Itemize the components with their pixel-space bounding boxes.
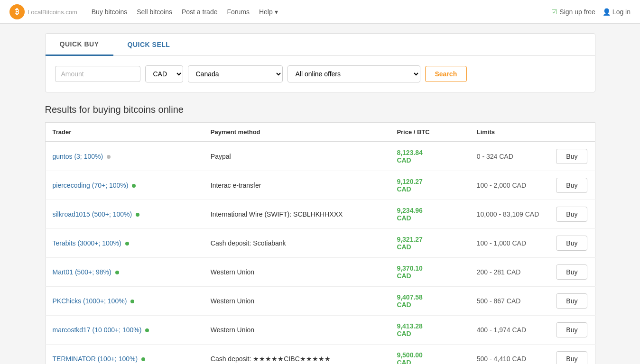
table-header: Trader Payment method Price / BTC Limits: [45, 123, 595, 142]
table-row: TERMINATOR (100+; 100%) Cash deposit: ★★…: [45, 345, 595, 364]
action-cell: Buy: [549, 287, 595, 316]
login-link[interactable]: 👤Log in: [603, 8, 631, 16]
nav-links: Buy bitcoins Sell bitcoins Post a trade …: [92, 8, 552, 16]
payment-cell: Paypal: [204, 142, 390, 171]
bitcoin-icon: ₿: [9, 4, 25, 19]
status-dot: [132, 184, 136, 188]
table-row: marcostkd17 (10 000+; 100%) Western Unio…: [45, 316, 595, 345]
quick-form: CAD USD EUR GBP Canada United States Uni…: [46, 56, 595, 92]
status-dot: [115, 271, 119, 274]
action-cell: Buy: [549, 200, 595, 229]
price-cell: 9,321.27CAD: [390, 229, 469, 258]
trader-link[interactable]: guntos (3; 100%): [53, 153, 103, 160]
payment-cell: Interac e-transfer: [204, 171, 390, 200]
trader-cell: PKChicks (1000+; 100%): [45, 287, 204, 316]
trader-cell: piercecoding (70+; 100%): [45, 171, 204, 200]
trader-link[interactable]: piercecoding (70+; 100%): [53, 182, 129, 189]
limits-cell: 500 - 867 CAD: [470, 287, 549, 316]
action-cell: Buy: [549, 345, 595, 364]
trader-link[interactable]: marcostkd17 (10 000+; 100%): [53, 326, 142, 334]
buy-button[interactable]: Buy: [556, 293, 587, 309]
table-row: silkroad1015 (500+; 100%) International …: [45, 200, 595, 229]
table-row: Terabits (3000+; 100%) Cash deposit: Sco…: [45, 229, 595, 258]
buy-button[interactable]: Buy: [556, 178, 587, 193]
amount-input[interactable]: [55, 66, 140, 82]
brand-logo[interactable]: ₿ LocalBitcoins.com: [9, 4, 77, 19]
user-icon: 👤: [603, 8, 611, 16]
nav-post-trade[interactable]: Post a trade: [182, 8, 218, 16]
price-currency: CAD: [397, 330, 462, 337]
buy-button[interactable]: Buy: [556, 264, 587, 280]
tab-quick-buy[interactable]: QUICK BUY: [46, 34, 113, 56]
table-row: PKChicks (1000+; 100%) Western Union 9,4…: [45, 287, 595, 316]
price-currency: CAD: [397, 359, 462, 364]
action-cell: Buy: [549, 171, 595, 200]
price-currency: CAD: [397, 272, 462, 280]
buy-button[interactable]: Buy: [556, 322, 587, 337]
action-cell: Buy: [549, 316, 595, 345]
price-cell: 8,123.84CAD: [390, 142, 469, 171]
action-cell: Buy: [549, 258, 595, 287]
buy-button[interactable]: Buy: [556, 236, 587, 251]
status-dot: [136, 213, 139, 217]
buy-button[interactable]: Buy: [556, 207, 587, 222]
nav-forums[interactable]: Forums: [227, 8, 249, 16]
nav-sell-bitcoins[interactable]: Sell bitcoins: [137, 8, 172, 16]
price-cell: 9,413.28CAD: [390, 316, 469, 345]
price-cell: 9,407.58CAD: [390, 287, 469, 316]
price-currency: CAD: [397, 243, 462, 251]
country-select[interactable]: Canada United States United Kingdom Aust…: [188, 65, 283, 82]
limits-cell: 100 - 1,000 CAD: [470, 229, 549, 258]
payment-cell: Cash deposit: ★★★★★CIBC★★★★★: [204, 345, 390, 364]
limits-cell: 400 - 1,974 CAD: [470, 316, 549, 345]
price-currency: CAD: [397, 156, 462, 164]
col-header-trader: Trader: [45, 123, 204, 142]
status-dot: [125, 242, 129, 246]
navbar: ₿ LocalBitcoins.com Buy bitcoins Sell bi…: [0, 0, 640, 24]
nav-buy-bitcoins[interactable]: Buy bitcoins: [92, 8, 127, 16]
table-row: guntos (3; 100%) Paypal 8,123.84CAD 0 - …: [45, 142, 595, 171]
trader-cell: Terabits (3000+; 100%): [45, 229, 204, 258]
payment-cell: Western Union: [204, 258, 390, 287]
col-header-payment: Payment method: [204, 123, 390, 142]
payment-cell: Cash deposit: Scotiabank: [204, 229, 390, 258]
price-currency: CAD: [397, 214, 462, 222]
search-button[interactable]: Search: [425, 66, 467, 82]
quick-tabs: QUICK BUY QUICK SELL: [46, 34, 595, 56]
status-dot: [145, 328, 149, 332]
tab-quick-sell[interactable]: QUICK SELL: [113, 34, 185, 55]
trade-table: Trader Payment method Price / BTC Limits…: [45, 122, 595, 364]
price-currency: CAD: [397, 301, 462, 309]
limits-cell: 200 - 281 CAD: [470, 258, 549, 287]
payment-cell: Western Union: [204, 316, 390, 345]
trader-link[interactable]: Mart01 (500+; 98%): [53, 268, 111, 276]
buy-button[interactable]: Buy: [556, 149, 587, 164]
quick-box: QUICK BUY QUICK SELL CAD USD EUR GBP Can…: [45, 33, 595, 92]
results-title: Results for buying bitcoins online: [45, 104, 595, 115]
payment-cell: Western Union: [204, 287, 390, 316]
brand-name: LocalBitcoins.com: [28, 7, 77, 17]
trader-link[interactable]: TERMINATOR (100+; 100%): [53, 355, 138, 363]
offer-select[interactable]: All online offers Interac e-transfer Pay…: [288, 65, 420, 82]
trader-cell: marcostkd17 (10 000+; 100%): [45, 316, 204, 345]
trader-link[interactable]: PKChicks (1000+; 100%): [53, 297, 127, 305]
checkbox-icon: ☑: [551, 8, 557, 16]
currency-select[interactable]: CAD USD EUR GBP: [145, 65, 183, 82]
nav-right: ☑Sign up free 👤Log in: [551, 8, 631, 16]
limits-cell: 500 - 4,410 CAD: [470, 345, 549, 364]
trader-link[interactable]: silkroad1015 (500+; 100%): [53, 210, 132, 218]
price-cell: 9,120.27CAD: [390, 171, 469, 200]
trader-cell: TERMINATOR (100+; 100%): [45, 345, 204, 364]
trader-link[interactable]: Terabits (3000+; 100%): [53, 239, 121, 247]
signup-link[interactable]: ☑Sign up free: [551, 8, 595, 16]
action-cell: Buy: [549, 229, 595, 258]
action-cell: Buy: [549, 142, 595, 171]
table-row: piercecoding (70+; 100%) Interac e-trans…: [45, 171, 595, 200]
limits-cell: 100 - 2,000 CAD: [470, 171, 549, 200]
table-row: Mart01 (500+; 98%) Western Union 9,370.1…: [45, 258, 595, 287]
status-dot: [130, 300, 134, 303]
status-dot: [141, 357, 145, 361]
buy-button[interactable]: Buy: [556, 351, 587, 364]
table-body: guntos (3; 100%) Paypal 8,123.84CAD 0 - …: [45, 142, 595, 364]
nav-help[interactable]: Help ▾: [259, 8, 278, 16]
